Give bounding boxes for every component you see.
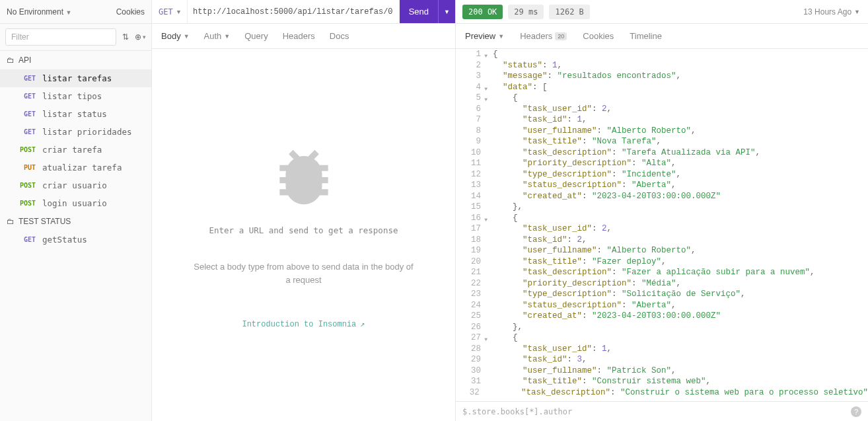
- headers-count-badge: 20: [555, 32, 567, 40]
- code-line: 6 "task_user_id": 2,: [456, 104, 868, 115]
- chevron-down-icon: ▼: [498, 33, 504, 40]
- tab-preview-label: Preview: [465, 31, 495, 41]
- method-badge: PUT: [16, 164, 36, 171]
- request-tabs: Body ▼Auth ▼QueryHeadersDocs: [152, 24, 455, 49]
- code-line: 5▼ {: [456, 93, 868, 104]
- cookies-button[interactable]: Cookies: [116, 7, 145, 17]
- request-pane: GET ▼ http://localhost:5000/api/listar/t…: [152, 0, 456, 421]
- intro-link[interactable]: Introduction to Insomnia ↗: [242, 319, 365, 329]
- method-badge: POST: [16, 182, 36, 189]
- request-item[interactable]: GETlistar prioridades: [0, 123, 151, 141]
- tab-query[interactable]: Query: [244, 31, 268, 41]
- code-line: 4▼ "data": [: [456, 82, 868, 93]
- response-body[interactable]: 1▼{2 "status": 1,3 "message": "resultado…: [456, 49, 868, 401]
- method-badge: GET: [16, 128, 36, 135]
- code-line: 31 "task_title": "Construir sistema web"…: [456, 376, 868, 387]
- code-line: 15 },: [456, 202, 868, 213]
- tab-preview[interactable]: Preview ▼: [465, 31, 504, 41]
- tab-cookies[interactable]: Cookies: [583, 31, 614, 41]
- chevron-down-icon: ▼: [177, 9, 180, 15]
- status-pill: 200 OK: [462, 5, 503, 19]
- response-pane: 200 OK 29 ms 1262 B 13 Hours Ago ▼ Previ…: [456, 0, 868, 421]
- folder-label: TEST STATUS: [18, 217, 71, 226]
- size-pill: 1262 B: [549, 5, 589, 19]
- folder-header[interactable]: 🗀TEST STATUS: [0, 212, 151, 231]
- sidebar-filter-input[interactable]: [5, 28, 116, 46]
- tab-auth[interactable]: Auth ▼: [204, 31, 231, 41]
- request-label: getStatus: [42, 235, 87, 245]
- folder-header[interactable]: 🗀API: [0, 51, 151, 69]
- sort-icon[interactable]: ⇅: [120, 30, 131, 44]
- chevron-down-icon: ▼: [65, 9, 71, 16]
- tab-headers[interactable]: Headers: [283, 31, 315, 41]
- request-item[interactable]: PUTatualizar tarefa: [0, 159, 151, 176]
- request-label: listar tipos: [42, 91, 102, 101]
- method-badge: GET: [16, 93, 36, 100]
- method-badge: POST: [16, 146, 36, 153]
- code-line: 16▼ {: [456, 213, 868, 224]
- request-label: listar status: [42, 109, 107, 119]
- jsonpath-input[interactable]: $.store.books[*].author: [462, 407, 572, 416]
- tab-headers[interactable]: Headers 20: [520, 31, 567, 41]
- send-button[interactable]: Send: [400, 0, 438, 23]
- environment-label: No Environment: [7, 7, 63, 17]
- code-line: 7 "task_id": 1,: [456, 114, 868, 126]
- environment-dropdown[interactable]: No Environment ▼: [7, 7, 71, 17]
- chevron-down-icon: ▼: [224, 33, 230, 40]
- request-item[interactable]: POSTlogin usuario: [0, 194, 151, 212]
- send-menu-button[interactable]: ▼: [438, 0, 455, 23]
- code-line: 12 "type_description": "Incidente",: [456, 169, 868, 180]
- code-line: 27▼ {: [456, 332, 868, 344]
- history-dropdown[interactable]: 13 Hours Ago ▼: [803, 7, 860, 17]
- sidebar: No Environment ▼ Cookies ⇅ ⊕▾ 🗀APIGETlis…: [0, 0, 152, 421]
- code-line: 23 "type_description": "Solicitação de S…: [456, 289, 868, 300]
- code-line: 19 "user_fullname": "Alberto Roberto",: [456, 245, 868, 256]
- url-input[interactable]: http://localhost:5000/api/listar/tarefas…: [188, 0, 400, 23]
- code-line: 18 "task_id": 2,: [456, 235, 868, 246]
- code-line: 10 "task_description": "Tarefa Atualizad…: [456, 147, 868, 159]
- request-label: atualizar tarefa: [42, 163, 122, 172]
- method-dropdown[interactable]: GET ▼: [152, 0, 188, 23]
- code-line: 21 "task_description": "Fazer a aplicaçã…: [456, 267, 868, 278]
- method-badge: GET: [16, 236, 36, 243]
- request-item[interactable]: GETlistar tarefas: [0, 69, 151, 87]
- code-line: 32 "task_description": "Construir o sist…: [456, 387, 868, 399]
- folder-label: API: [18, 56, 31, 65]
- empty-title: Enter a URL and send to get a response: [209, 225, 398, 235]
- request-item[interactable]: GETgetStatus: [0, 231, 151, 249]
- request-item[interactable]: POSTcriar usuario: [0, 176, 151, 194]
- empty-subtitle: Select a body type from above to send da…: [192, 260, 416, 286]
- request-item[interactable]: GETlistar status: [0, 105, 151, 123]
- external-link-icon: ↗: [360, 319, 365, 329]
- tab-docs[interactable]: Docs: [330, 31, 349, 41]
- method-badge: POST: [16, 200, 36, 207]
- method-label: GET: [159, 7, 173, 17]
- code-line: 8 "user_fullname": "Alberto Roberto",: [456, 126, 868, 137]
- request-label: criar usuario: [42, 180, 107, 190]
- history-label: 13 Hours Ago: [803, 7, 851, 17]
- folder-icon: 🗀: [7, 217, 15, 226]
- tab-headers-label: Headers: [520, 31, 552, 41]
- add-icon[interactable]: ⊕▾: [135, 30, 146, 44]
- code-line: 11 "priority_description": "Alta",: [456, 158, 868, 169]
- request-body-empty: Enter a URL and send to get a response S…: [152, 49, 455, 421]
- method-badge: GET: [16, 110, 36, 118]
- request-label: criar tarefa: [42, 145, 102, 155]
- tab-timeline[interactable]: Timeline: [630, 31, 662, 41]
- response-tabs: Preview ▼ Headers 20 Cookies Timeline: [456, 24, 868, 49]
- request-label: listar prioridades: [42, 127, 131, 137]
- chevron-down-icon: ▼: [184, 33, 190, 40]
- help-icon[interactable]: ?: [851, 406, 861, 417]
- tab-body[interactable]: Body ▼: [161, 31, 190, 41]
- time-pill: 29 ms: [508, 5, 544, 19]
- request-item[interactable]: GETlistar tipos: [0, 87, 151, 105]
- request-item[interactable]: POSTcriar tarefa: [0, 141, 151, 159]
- chevron-down-icon: ▼: [854, 9, 860, 15]
- code-line: 13 "status_description": "Aberta",: [456, 180, 868, 191]
- request-label: login usuario: [42, 198, 107, 208]
- code-line: 22 "priority_description": "Média",: [456, 278, 868, 289]
- code-line: 25 "created_at": "2023-04-20T03:00:00.00…: [456, 311, 868, 322]
- code-line: 9 "task_title": "Nova Tarefa",: [456, 136, 868, 147]
- code-line: 30 "user_fullname": "Patrick Son",: [456, 365, 868, 377]
- request-label: listar tarefas: [42, 73, 112, 83]
